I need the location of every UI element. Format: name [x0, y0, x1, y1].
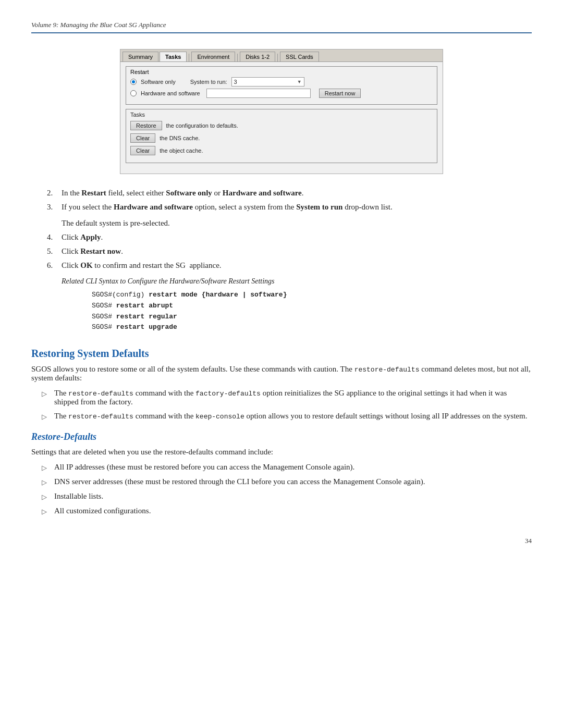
cli-cmd-3: restart regular [116, 313, 177, 320]
software-only-label: Software only [141, 79, 176, 85]
hardware-software-radio[interactable] [130, 90, 137, 96]
chevron-down-icon: ▼ [297, 79, 302, 84]
step-3-content: If you select the Hardware and software … [62, 203, 532, 212]
step-6-num: 6. [47, 261, 57, 270]
restoring-intro: SGOS allows you to restore some or all o… [31, 365, 532, 382]
restore-button[interactable]: Restore [130, 121, 162, 130]
tab-content: Restart Software only System to run: 3 ▼… [120, 62, 443, 174]
steps-list: 2. In the Restart field, select either S… [47, 189, 532, 212]
clear-object-row: Clear the object cache. [130, 146, 433, 155]
tab-bar: Summary Tasks Environment Disks 1-2 SSL … [120, 50, 443, 62]
step-5: 5. Click Restart now. [47, 247, 532, 256]
restore-text: the configuration to defaults. [166, 122, 238, 129]
bullet-arrow-icon-4: ▷ [42, 478, 50, 487]
cli-prefix-2: SGOS# [92, 302, 116, 310]
restore-row: Restore the configuration to defaults. [130, 121, 433, 130]
restoring-bullet-1-content: The restore-defaults command with the fa… [54, 389, 532, 406]
restore-defaults-heading: Restore-Defaults [31, 431, 532, 442]
restore-bullet-1: ▷ All IP addresses (these must be restor… [42, 463, 532, 472]
cli-section: Related CLI Syntax to Configure the Hard… [62, 277, 532, 333]
restore-bullet-3-content: Installable lists. [54, 492, 532, 501]
clear-dns-row: Clear the DNS cache. [130, 133, 433, 143]
restore-bullet-4-content: All customized configurations. [54, 507, 532, 516]
step-2-num: 2. [47, 189, 57, 198]
tab-disks[interactable]: Disks 1-2 [240, 52, 275, 61]
step-6: 6. Click OK to confirm and restart the S… [47, 261, 532, 270]
step-5-num: 5. [47, 247, 57, 256]
steps2-list: 4. Click Apply. 5. Click Restart now. 6.… [47, 233, 532, 270]
page-number: 34 [31, 537, 532, 545]
bullet-arrow-icon-2: ▷ [42, 413, 50, 421]
cli-cmd-4: restart upgrade [116, 323, 177, 331]
restart-now-button[interactable]: Restart now [319, 89, 361, 98]
cli-prefix-3: SGOS# [92, 313, 116, 320]
cli-prefix-1: SGOS#(config) [92, 291, 149, 299]
system-to-run-dropdown[interactable]: 3 ▼ [231, 77, 304, 87]
cli-cmd-2: restart abrupt [116, 302, 173, 310]
clear-dns-text: the DNS cache. [160, 135, 200, 141]
page-header: Volume 9: Managing the Blue Coat SG Appl… [31, 21, 532, 33]
bullet-arrow-icon-5: ▷ [42, 493, 50, 501]
cli-prefix-4: SGOS# [92, 323, 116, 331]
software-only-radio[interactable] [130, 79, 137, 85]
header-title: Volume 9: Managing the Blue Coat SG Appl… [31, 21, 166, 29]
restoring-section-heading: Restoring System Defaults [31, 348, 532, 360]
bullet-arrow-icon-3: ▷ [42, 464, 50, 472]
system-to-run-label: System to run: [190, 79, 227, 85]
restoring-bullet-2-content: The restore-defaults command with the ke… [54, 412, 532, 421]
tasks-group: Tasks Restore the configuration to defau… [126, 109, 437, 163]
clear-object-button[interactable]: Clear [130, 146, 155, 155]
restore-bullet-3: ▷ Installable lists. [42, 492, 532, 501]
restoring-bullet-2: ▷ The restore-defaults command with the … [42, 412, 532, 421]
tab-tasks[interactable]: Tasks [160, 52, 187, 61]
restoring-bullets: ▷ The restore-defaults command with the … [42, 389, 532, 421]
restore-bullet-2: ▷ DNS server addresses (these must be re… [42, 477, 532, 487]
step-5-content: Click Restart now. [62, 247, 532, 256]
cli-line-1: SGOS#(config) restart mode {hardware | s… [92, 290, 532, 301]
tab-summary[interactable]: Summary [123, 52, 158, 61]
step-3: 3. If you select the Hardware and softwa… [47, 203, 532, 212]
step-2: 2. In the Restart field, select either S… [47, 189, 532, 198]
restore-defaults-bullets: ▷ All IP addresses (these must be restor… [42, 463, 532, 516]
bullet-arrow-icon-1: ▷ [42, 390, 50, 406]
restart-group: Restart Software only System to run: 3 ▼… [126, 66, 437, 105]
cli-cmd-1: restart mode {hardware | software} [149, 291, 287, 299]
cli-line-3: SGOS# restart regular [92, 312, 532, 323]
step-4: 4. Click Apply. [47, 233, 532, 242]
step-3-num: 3. [47, 203, 57, 212]
restart-group-label: Restart [130, 69, 433, 75]
tab-environment[interactable]: Environment [191, 52, 235, 61]
restoring-bullet-1: ▷ The restore-defaults command with the … [42, 389, 532, 406]
clear-object-text: the object cache. [160, 147, 203, 154]
tab-ssl-cards[interactable]: SSL Cards [280, 52, 319, 61]
hardware-software-label: Hardware and software [141, 90, 200, 96]
ui-widget: Summary Tasks Environment Disks 1-2 SSL … [120, 49, 443, 174]
software-only-row: Software only System to run: 3 ▼ [130, 77, 433, 87]
step-2-content: In the Restart field, select either Soft… [62, 189, 532, 198]
bullet-arrow-icon-6: ▷ [42, 508, 50, 516]
cli-line-2: SGOS# restart abrupt [92, 301, 532, 312]
tasks-group-label: Tasks [130, 112, 433, 118]
code-block: SGOS#(config) restart mode {hardware | s… [92, 290, 532, 333]
step-4-content: Click Apply. [62, 233, 532, 242]
restore-bullet-2-content: DNS server addresses (these must be rest… [54, 477, 532, 487]
hardware-textbox[interactable] [206, 89, 311, 98]
restore-bullet-4: ▷ All customized configurations. [42, 507, 532, 516]
step-6-content: Click OK to confirm and restart the SG a… [62, 261, 532, 270]
clear-dns-button[interactable]: Clear [130, 133, 155, 143]
restore-bullet-1-content: All IP addresses (these must be restored… [54, 463, 532, 472]
cli-heading: Related CLI Syntax to Configure the Hard… [62, 277, 532, 286]
default-system-note: The default system is pre-selected. [62, 219, 532, 228]
cli-line-4: SGOS# restart upgrade [92, 322, 532, 333]
dropdown-value: 3 [234, 79, 237, 85]
restore-defaults-intro: Settings that are deleted when you use t… [31, 448, 532, 456]
hardware-software-row: Hardware and software Restart now [130, 89, 433, 98]
step-4-num: 4. [47, 233, 57, 242]
